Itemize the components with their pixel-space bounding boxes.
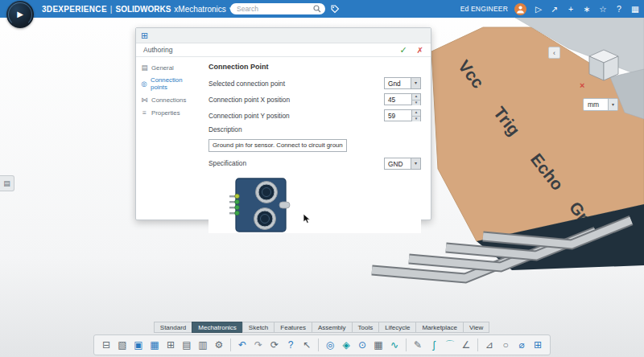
dialog-titlebar: Authoring ✓ ✗	[136, 43, 431, 57]
share-icon[interactable]: ↗	[549, 4, 560, 14]
redo-icon[interactable]: ↷	[251, 337, 266, 353]
spin-down-icon[interactable]: ▼	[411, 117, 420, 122]
settings-gear-icon[interactable]: ⚙	[212, 337, 226, 353]
save-icon[interactable]: ▣	[131, 337, 146, 353]
top-bar: 3DEXPERIENCE | SOLIDWORKS xMechatronics …	[0, 0, 644, 18]
spline-icon[interactable]: ʃ	[427, 337, 441, 353]
y-position-label: Connection point Y position	[208, 112, 384, 120]
undo-icon[interactable]: ↶	[235, 337, 250, 353]
dropdown-arrow-icon[interactable]: ▾	[608, 99, 617, 110]
connection-dot-2[interactable]	[235, 199, 240, 204]
view-cube-widget[interactable]: ×	[576, 40, 623, 90]
connection-dot-1[interactable]	[235, 194, 240, 199]
add-icon[interactable]: +	[565, 4, 576, 14]
spin-up-icon[interactable]: ▲	[411, 110, 420, 117]
tag-icon[interactable]	[330, 4, 340, 14]
tab-view[interactable]: View	[463, 322, 489, 333]
selected-point-row: Selected connection point Gnd ▾	[208, 77, 421, 89]
selected-point-dropdown[interactable]: Gnd ▾	[384, 77, 421, 89]
brand-solidworks: SOLIDWORKS	[115, 5, 171, 14]
connection-dot-3[interactable]	[235, 205, 240, 210]
connection-points-icon: ◎	[141, 80, 147, 88]
dropdown-arrow-icon[interactable]: ▾	[411, 158, 420, 169]
connection-icon[interactable]: ⊙	[355, 337, 369, 353]
tab-mechatronics[interactable]: Mechatronics	[192, 322, 243, 333]
y-position-stepper[interactable]: 59 ▲ ▼	[384, 109, 421, 121]
axis-x-indicator[interactable]: ×	[580, 80, 584, 90]
panel-collapse-button[interactable]: ‹	[548, 47, 560, 59]
dialog-tab-connections[interactable]: ⋈Connections	[136, 93, 200, 106]
tab-assembly[interactable]: Assembly	[312, 322, 353, 333]
brand-separator: |	[110, 5, 113, 14]
document-icon[interactable]: ▥	[196, 337, 210, 353]
tab-lifecycle[interactable]: Lifecycle	[378, 322, 416, 333]
tab-tools[interactable]: Tools	[352, 322, 380, 333]
angle-icon[interactable]: ∠	[459, 337, 473, 353]
x-position-value: 45	[385, 94, 411, 105]
toolbar-separator	[477, 339, 478, 351]
breadcrumb[interactable]: 3DEXPERIENCE | SOLIDWORKS xMechatronics …	[42, 5, 232, 14]
spin-down-icon[interactable]: ▼	[411, 101, 420, 106]
component-icon[interactable]: ▧	[115, 337, 130, 353]
topbar-icon-cluster: ▷↗+∗☆?▦	[533, 4, 641, 14]
dialog-tab-connection-points[interactable]: ◎Connection points	[136, 74, 200, 93]
search-icon[interactable]	[313, 5, 321, 13]
specification-label: Specification	[208, 159, 384, 167]
select-icon[interactable]: ↖	[299, 337, 314, 353]
avatar[interactable]	[514, 3, 526, 15]
tab-sketch[interactable]: Sketch	[242, 322, 275, 333]
apps-grid-icon[interactable]: ▦	[630, 4, 641, 14]
dialog-body: ▤General◎Connection points⋈Connections≡P…	[136, 57, 431, 220]
authoring-dialog: ⊞ Authoring ✓ ✗ ▤General◎Connection poin…	[135, 27, 431, 220]
x-position-stepper[interactable]: 45 ▲ ▼	[384, 93, 421, 105]
sketch-icon[interactable]: ✎	[411, 337, 425, 353]
bom-table-icon[interactable]: ▦	[147, 337, 162, 353]
arc-icon[interactable]: ⌒	[443, 337, 457, 353]
tab-marketplace[interactable]: Marketplace	[415, 322, 464, 333]
connection-dot-4[interactable]	[235, 211, 240, 215]
tab-features[interactable]: Features	[274, 322, 312, 333]
search-box[interactable]	[230, 3, 325, 14]
display-modes-icon[interactable]: ⊟	[99, 337, 114, 353]
media-play-icon[interactable]: ▷	[533, 4, 544, 14]
x-position-row: Connection point X position 45 ▲ ▼	[208, 93, 421, 105]
spin-up-icon[interactable]: ▲	[411, 94, 420, 101]
specification-dropdown[interactable]: GND ▾	[384, 158, 421, 170]
dialog-tab-general[interactable]: ▤General	[136, 61, 200, 74]
transducer-bottom	[254, 207, 276, 229]
tab-standard[interactable]: Standard	[154, 322, 192, 333]
app-name: xMechatronics	[174, 5, 225, 14]
help-circle-icon[interactable]: ?	[283, 337, 298, 353]
dropdown-arrow-icon[interactable]: ▾	[411, 78, 420, 88]
help-icon[interactable]: ?	[613, 4, 625, 14]
actuator-icon[interactable]: ◈	[339, 337, 353, 353]
description-input[interactable]	[208, 139, 347, 152]
collab-icon[interactable]: ∗	[581, 4, 592, 14]
viewport-icon[interactable]: ⊞	[163, 337, 178, 353]
units-value: mm	[584, 99, 608, 110]
export-icon[interactable]: ▤	[180, 337, 194, 353]
board-icon[interactable]: ⊞	[530, 337, 545, 353]
left-panel-handle[interactable]: ▤	[0, 175, 14, 191]
dialog-tab-label: Connections	[151, 96, 186, 104]
measure-icon[interactable]: ⌀	[514, 337, 529, 353]
authoring-panel-icon: ⊞	[141, 31, 148, 41]
pattern-icon[interactable]: ▦	[371, 337, 386, 353]
refresh-icon[interactable]: ⟳	[267, 337, 282, 353]
search-input[interactable]	[237, 5, 313, 13]
confirm-check-icon[interactable]: ✓	[399, 45, 407, 55]
signal-icon[interactable]: ∿	[387, 337, 402, 353]
dialog-tab-properties[interactable]: ≡Properties	[136, 106, 200, 119]
transducer-top	[256, 181, 278, 203]
circle-icon[interactable]: ○	[498, 337, 513, 353]
3dexperience-compass-logo[interactable]: ▶	[6, 1, 34, 28]
properties-icon: ≡	[141, 109, 148, 117]
toolbar-separator	[230, 339, 231, 351]
favorites-icon[interactable]: ☆	[597, 4, 609, 14]
triangle-icon[interactable]: ⊿	[482, 337, 497, 353]
close-icon[interactable]: ✗	[417, 46, 423, 55]
sensor-icon[interactable]: ◎	[323, 337, 337, 353]
dialog-header[interactable]: ⊞	[136, 28, 431, 43]
units-dropdown[interactable]: mm ▾	[583, 98, 618, 111]
x-spin-buttons: ▲ ▼	[411, 94, 420, 105]
